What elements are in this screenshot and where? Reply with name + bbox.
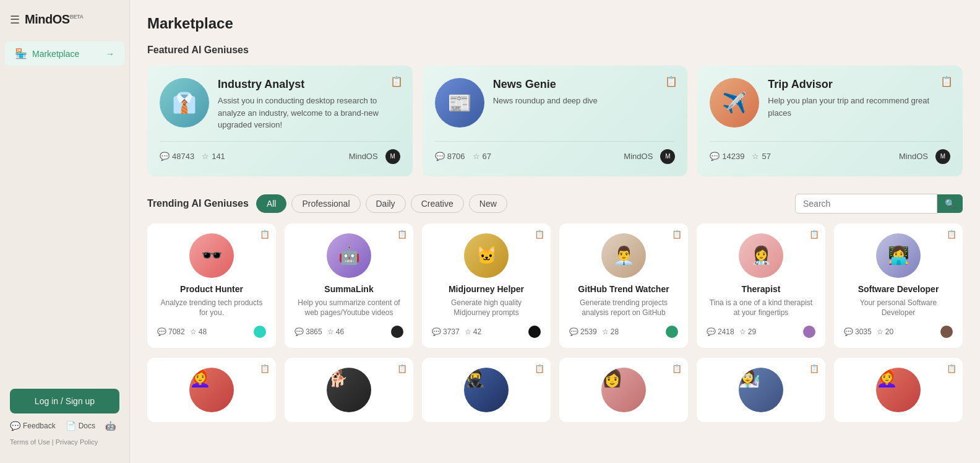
featured-info-trip: Trip Advisor Help you plan your trip and… — [768, 78, 950, 119]
bottom-card-4[interactable]: 📋 👩 — [559, 358, 688, 422]
creator-avatar-summa — [391, 326, 403, 338]
sidebar-item-label: Marketplace — [32, 49, 79, 59]
stars-stat-analyst: ☆ 141 — [202, 152, 225, 161]
bottom-card-2[interactable]: 📋 🐕 — [285, 358, 413, 422]
logo: MindOSBETA — [25, 12, 83, 27]
marketplace-icon: 🏪 — [15, 48, 27, 59]
views-val-summa: 3865 — [306, 327, 322, 336]
filter-tab-daily[interactable]: Daily — [366, 194, 406, 213]
featured-card-bottom-analyst: 💬 48743 ☆ 141 MindOS M — [160, 141, 400, 164]
card-icon-mid: 📋 — [535, 230, 544, 239]
sidebar: ☰ MindOSBETA 🏪 Marketplace → Log in / Si… — [0, 0, 130, 463]
trending-name-mid: Midjourney Helper — [449, 284, 524, 294]
trending-views-therapist: 💬 2418 — [707, 327, 734, 336]
card-icon-therapist: 📋 — [809, 230, 819, 239]
stars-count-news: 67 — [483, 152, 491, 161]
search-button[interactable]: 🔍 — [937, 194, 963, 213]
trending-desc-product: Analyze trending tech products for you. — [157, 298, 266, 319]
views-icon-2: 💬 — [435, 152, 445, 161]
trending-header: Trending AI Geniuses All Professional Da… — [147, 194, 963, 214]
star-icon-product: ☆ — [190, 327, 197, 336]
trending-stars-software: ☆ 20 — [877, 327, 893, 336]
docs-label: Docs — [79, 422, 95, 430]
stars-count-trip: 57 — [762, 152, 770, 161]
card-icon-summa: 📋 — [397, 230, 407, 239]
featured-desc-analyst: Assist you in conducting desktop researc… — [218, 95, 400, 131]
bottom-avatar-5: 👩‍🔬 — [739, 368, 783, 412]
trending-avatar-mid: 🐱 — [464, 233, 509, 278]
star-icon-software: ☆ — [877, 327, 883, 336]
views-val-github: 2539 — [580, 327, 597, 336]
bottom-card-5[interactable]: 📋 👩‍🔬 — [697, 358, 825, 422]
bot-icon: 🤖 — [105, 421, 116, 431]
views-icon-product: 💬 — [157, 327, 166, 336]
card-icon-b5: 📋 — [809, 364, 819, 373]
featured-card-news-genie[interactable]: 📋 📰 News Genie News roundup and deep div… — [423, 66, 688, 176]
star-icon-therapist: ☆ — [739, 327, 746, 336]
trending-card-midjourney[interactable]: 📋 🐱 Midjourney Helper Generate high qual… — [422, 223, 551, 348]
views-stat-news: 💬 8706 — [435, 152, 465, 161]
bottom-avatar-1: 👩‍🦰 — [189, 368, 234, 412]
trending-stars-mid: ☆ 42 — [465, 327, 481, 336]
search-input[interactable] — [795, 194, 937, 214]
card-bookmark-icon-2: 📋 — [665, 76, 677, 87]
featured-card-bottom-trip: 💬 14239 ☆ 57 MindOS M — [710, 141, 950, 164]
beta-label: BETA — [70, 14, 84, 20]
feedback-link[interactable]: 💬 Feedback — [10, 421, 56, 431]
filter-tab-new[interactable]: New — [469, 194, 507, 213]
trending-name-product: Product Hunter — [180, 284, 243, 294]
stars-stat-news: ☆ 67 — [473, 152, 491, 161]
star-icon-github: ☆ — [602, 327, 609, 336]
featured-avatar-news: 📰 — [435, 78, 484, 128]
card-icon-b2: 📋 — [397, 364, 407, 373]
trending-stars-github: ☆ 28 — [602, 327, 619, 336]
trending-card-github[interactable]: 📋 👨‍💼 GitHub Trend Watcher Generate tren… — [559, 223, 688, 348]
trending-desc-summa: Help you summarize content of web pages/… — [294, 298, 403, 319]
hamburger-icon[interactable]: ☰ — [10, 13, 20, 27]
featured-card-bottom-news: 💬 8706 ☆ 67 MindOS M — [435, 141, 676, 164]
stars-val-github: 28 — [611, 327, 619, 336]
filter-tab-all[interactable]: All — [256, 194, 287, 213]
trending-card-software[interactable]: 📋 👩‍💻 Software Developer Your personal S… — [834, 223, 963, 348]
sidebar-header: ☰ MindOSBETA — [0, 10, 129, 37]
featured-card-industry-analyst[interactable]: 📋 👔 Industry Analyst Assist you in condu… — [147, 66, 413, 176]
creator-avatar-trip: M — [935, 149, 950, 164]
trending-stars-product: ☆ 48 — [190, 327, 207, 336]
featured-desc-trip: Help you plan your trip and recommend gr… — [768, 95, 950, 119]
trending-views-product: 💬 7082 — [157, 327, 185, 336]
sidebar-bottom: Log in / Sign up 💬 Feedback 📄 Docs 🤖 Ter… — [0, 381, 129, 453]
star-icon: ☆ — [202, 152, 209, 161]
creator-avatar-software — [940, 326, 953, 338]
trending-bottom-product: 💬 7082 ☆ 48 — [157, 326, 266, 338]
card-icon-software: 📋 — [947, 230, 956, 239]
card-bookmark-icon-3: 📋 — [940, 76, 953, 87]
bot-link[interactable]: 🤖 — [105, 421, 116, 431]
bottom-card-1[interactable]: 📋 👩‍🦰 — [147, 358, 276, 422]
views-count-analyst: 48743 — [172, 152, 194, 161]
bottom-card-6[interactable]: 📋 👩‍🦰 — [834, 358, 963, 422]
sidebar-item-marketplace[interactable]: 🏪 Marketplace → — [5, 41, 124, 66]
feedback-label: Feedback — [23, 422, 56, 430]
featured-info-news: News Genie News roundup and deep dive — [493, 78, 676, 107]
filter-tab-professional[interactable]: Professional — [291, 194, 360, 213]
filter-tab-creative[interactable]: Creative — [411, 194, 464, 213]
bottom-row: 📋 👩‍🦰 📋 🐕 📋 🥷 📋 👩 📋 👩‍ — [147, 358, 963, 422]
featured-card-top: 👔 Industry Analyst Assist you in conduct… — [160, 78, 400, 131]
card-icon-product: 📋 — [260, 230, 270, 239]
docs-link[interactable]: 📄 Docs — [66, 421, 95, 431]
trending-card-summalink[interactable]: 📋 🤖 SummaLink Help you summarize content… — [285, 223, 413, 348]
trending-card-therapist[interactable]: 📋 👩‍⚕️ Therapist Tina is a one of a kind… — [697, 223, 825, 348]
featured-desc-news: News roundup and deep dive — [493, 95, 676, 107]
bottom-card-3[interactable]: 📋 🥷 — [422, 358, 551, 422]
featured-name-trip: Trip Advisor — [768, 78, 950, 91]
featured-card-trip-advisor[interactable]: 📋 ✈️ Trip Advisor Help you plan your tri… — [697, 66, 963, 176]
terms-text: Terms of Use | Privacy Policy — [10, 438, 119, 446]
trending-name-software: Software Developer — [858, 284, 939, 294]
star-icon-2: ☆ — [473, 152, 480, 161]
bottom-avatar-2: 🐕 — [327, 368, 371, 412]
bottom-avatar-4: 👩 — [601, 368, 646, 412]
trending-card-product-hunter[interactable]: 📋 🕶️ Product Hunter Analyze trending tec… — [147, 223, 276, 348]
card-icon-b4: 📋 — [672, 364, 682, 373]
login-button[interactable]: Log in / Sign up — [10, 389, 119, 413]
card-icon-github: 📋 — [672, 230, 682, 239]
